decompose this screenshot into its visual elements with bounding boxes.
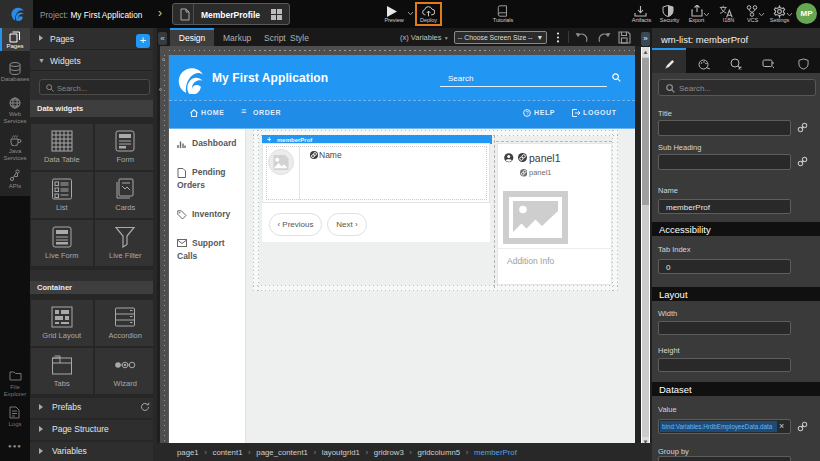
svg-text:?: ? [525, 110, 528, 116]
